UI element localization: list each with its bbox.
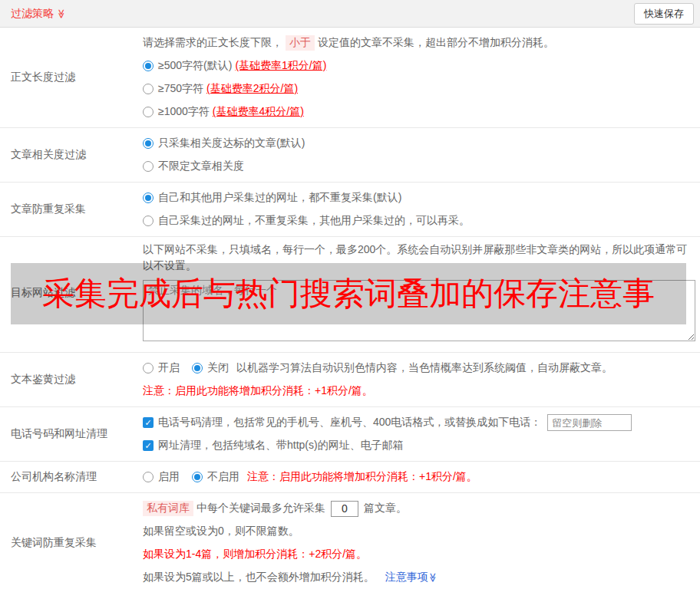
- quick-save-button[interactable]: 快速保存: [634, 3, 694, 25]
- porn-filter-note-line: 注意：启用此功能将增加积分消耗：+1积分/篇。: [143, 380, 695, 403]
- row-label: 电话号码和网址清理: [0, 407, 143, 461]
- radio-unchecked-icon[interactable]: [143, 161, 154, 172]
- porn-filter-inline-desc: 以机器学习算法自动识别色情内容，当色情概率达到系统阈值，自动屏蔽文章。: [236, 361, 612, 375]
- less-than-tag: 小于: [286, 35, 315, 51]
- intro-suffix: 设定值的文章不采集，超出部分不增加积分消耗。: [318, 36, 554, 50]
- length-option-500[interactable]: ≥500字符(默认) (基础费率1积分/篇): [143, 54, 695, 77]
- row-content: 只采集相关度达标的文章(默认) 不限定文章相关度: [143, 128, 700, 182]
- page-title-label: 过滤策略: [11, 7, 54, 21]
- row-content: 私有词库 中每个关键词最多允许采集 篇文章。 如果留空或设为0，则不限篇数。 如…: [143, 493, 700, 589]
- option-label: ≥500字符(默认): [158, 59, 232, 73]
- row-content: 电话号码清理，包括常见的手机号、座机号、400电话格式，或替换成如下电话： 网址…: [143, 407, 700, 461]
- row-content: 请选择需求的正文长度下限， 小于 设定值的文章不采集，超出部分不增加积分消耗。 …: [143, 28, 700, 127]
- keyword-limit-line: 私有词库 中每个关键词最多允许采集 篇文章。: [143, 497, 695, 520]
- row-label: 文章相关度过滤: [0, 128, 143, 182]
- row-keyword-dedup: 关键词防重复采集 私有词库 中每个关键词最多允许采集 篇文章。 如果留空或设为0…: [0, 493, 700, 589]
- option-fee-note: (基础费率2积分/篇): [206, 82, 298, 96]
- header-bar: 过滤策略 快速保存: [0, 0, 700, 28]
- row-content-length-filter: 正文长度过滤 请选择需求的正文长度下限， 小于 设定值的文章不采集，超出部分不增…: [0, 28, 700, 128]
- intro-prefix: 请选择需求的正文长度下限，: [143, 36, 282, 50]
- option-label: ≥750字符: [158, 82, 203, 96]
- phone-cleanup-label: 电话号码清理，包括常见的手机号、座机号、400电话格式，或替换成如下电话：: [158, 416, 541, 429]
- row-phone-url-cleanup: 电话号码和网址清理 电话号码清理，包括常见的手机号、座机号、400电话格式，或替…: [0, 407, 700, 462]
- cost-warning-note: 注意：启用此功能将增加积分消耗：+1积分/篇。: [247, 470, 477, 484]
- dedup-option-self[interactable]: 自己采集过的网址，不重复采集，其他用户采集过的，可以再采。: [143, 209, 695, 232]
- row-porn-filter: 文本鉴黄过滤 开启 关闭 以机器学习算法自动识别色情内容，当色情概率达到系统阈值…: [0, 353, 700, 407]
- keyword-note-zero: 如果留空或设为0，则不限篇数。: [143, 525, 299, 538]
- private-lexicon-tag[interactable]: 私有词库: [143, 501, 193, 516]
- row-content: 开启 关闭 以机器学习算法自动识别色情内容，当色情概率达到系统阈值，自动屏蔽文章…: [143, 353, 700, 406]
- radio-unchecked-icon[interactable]: [143, 84, 154, 94]
- row-content: 自己和其他用户采集过的网址，都不重复采集(默认) 自己采集过的网址，不重复采集，…: [143, 183, 700, 236]
- keyword-note-zero-line: 如果留空或设为0，则不限篇数。: [143, 520, 695, 543]
- option-label: 开启: [158, 361, 180, 375]
- dedup-option-global[interactable]: 自己和其他用户采集过的网址，都不重复采集(默认): [143, 186, 695, 209]
- chevron-double-down-icon: [428, 573, 438, 583]
- keyword-cost-note: 如果设为1-4篇，则增加积分消耗：+2积分/篇。: [143, 548, 367, 561]
- length-intro-line: 请选择需求的正文长度下限， 小于 设定值的文章不采集，超出部分不增加积分消耗。: [143, 31, 695, 54]
- option-label: ≥1000字符: [158, 105, 210, 119]
- keyword-limit-text: 中每个关键词最多允许采集: [196, 502, 325, 515]
- chevron-double-down-icon: [57, 8, 66, 18]
- radio-checked-icon[interactable]: [143, 138, 154, 149]
- company-cleanup-options-line: 启用 不启用 注意：启用此功能将增加积分消耗：+1积分/篇。: [143, 466, 695, 489]
- porn-filter-options-line: 开启 关闭 以机器学习算法自动识别色情内容，当色情概率达到系统阈值，自动屏蔽文章…: [143, 357, 695, 380]
- notice-link[interactable]: 注意事项: [385, 571, 438, 584]
- option-label: 启用: [158, 470, 180, 484]
- radio-checked-icon[interactable]: [192, 363, 203, 373]
- option-label: 只采集相关度达标的文章(默认): [158, 137, 305, 150]
- option-label: 不启用: [207, 470, 239, 484]
- row-label: 正文长度过滤: [0, 28, 143, 127]
- relevance-option-any[interactable]: 不限定文章相关度: [143, 155, 695, 178]
- radio-unchecked-icon[interactable]: [143, 363, 154, 373]
- url-cleanup-line: 网址清理，包括纯域名、带http(s)的网址、电子邮箱: [143, 434, 695, 457]
- notice-overlay-banner: 采集完成后与热门搜索词叠加的保存注意事: [11, 263, 686, 324]
- radio-checked-icon[interactable]: [143, 61, 154, 71]
- row-company-name-cleanup: 公司机构名称清理 启用 不启用 注意：启用此功能将增加积分消耗：+1积分/篇。: [0, 462, 700, 493]
- relevance-option-strict[interactable]: 只采集相关度达标的文章(默认): [143, 132, 695, 155]
- phone-cleanup-line: 电话号码清理，包括常见的手机号、座机号、400电话格式，或替换成如下电话：: [143, 411, 695, 434]
- length-option-750[interactable]: ≥750字符 (基础费率2积分/篇): [143, 77, 695, 100]
- option-label: 不限定文章相关度: [158, 160, 244, 173]
- replacement-phone-input[interactable]: [547, 414, 632, 431]
- notice-link-label: 注意事项: [385, 571, 428, 583]
- option-label: 自己采集过的网址，不重复采集，其他用户采集过的，可以再采。: [158, 214, 470, 228]
- radio-unchecked-icon[interactable]: [143, 107, 154, 117]
- option-fee-note: (基础费率1积分/篇): [235, 59, 326, 73]
- row-label: 文本鉴黄过滤: [0, 353, 143, 406]
- filter-strategy-page: 过滤策略 快速保存 正文长度过滤 请选择需求的正文长度下限， 小于 设定值的文章…: [0, 0, 700, 589]
- option-label: 自己和其他用户采集过的网址，都不重复采集(默认): [158, 191, 401, 205]
- row-label: 关键词防重复采集: [0, 493, 143, 589]
- row-label: 文章防重复采集: [0, 183, 143, 236]
- overlay-banner-text: 采集完成后与热门搜索词叠加的保存注意事: [42, 278, 655, 310]
- row-label: 公司机构名称清理: [0, 462, 143, 492]
- radio-unchecked-icon[interactable]: [143, 472, 154, 482]
- keyword-note-cost-line: 如果设为1-4篇，则增加积分消耗：+2积分/篇。: [143, 543, 695, 566]
- keyword-note-five: 如果设为5篇或以上，也不会额外增加积分消耗。: [143, 571, 375, 584]
- row-content: 启用 不启用 注意：启用此功能将增加积分消耗：+1积分/篇。: [143, 462, 700, 492]
- keyword-limit-suffix: 篇文章。: [364, 502, 407, 515]
- row-relevance-filter: 文章相关度过滤 只采集相关度达标的文章(默认) 不限定文章相关度: [0, 128, 700, 183]
- keyword-limit-input[interactable]: [331, 501, 358, 517]
- length-option-1000[interactable]: ≥1000字符 (基础费率4积分/篇): [143, 100, 695, 123]
- radio-checked-icon[interactable]: [143, 192, 154, 203]
- cost-warning-note: 注意：启用此功能将增加积分消耗：+1积分/篇。: [143, 384, 373, 398]
- option-label: 关闭: [207, 361, 229, 375]
- checkbox-checked-icon[interactable]: [143, 440, 154, 451]
- checkbox-checked-icon[interactable]: [143, 417, 154, 428]
- radio-checked-icon[interactable]: [192, 472, 203, 482]
- keyword-note-five-line: 如果设为5篇或以上，也不会额外增加积分消耗。 注意事项: [143, 566, 695, 589]
- url-cleanup-label: 网址清理，包括纯域名、带http(s)的网址、电子邮箱: [158, 439, 404, 452]
- option-fee-note: (基础费率4积分/篇): [213, 105, 304, 119]
- row-dedup-collection: 文章防重复采集 自己和其他用户采集过的网址，都不重复采集(默认) 自己采集过的网…: [0, 183, 700, 237]
- radio-unchecked-icon[interactable]: [143, 216, 154, 226]
- page-title[interactable]: 过滤策略: [11, 7, 67, 21]
